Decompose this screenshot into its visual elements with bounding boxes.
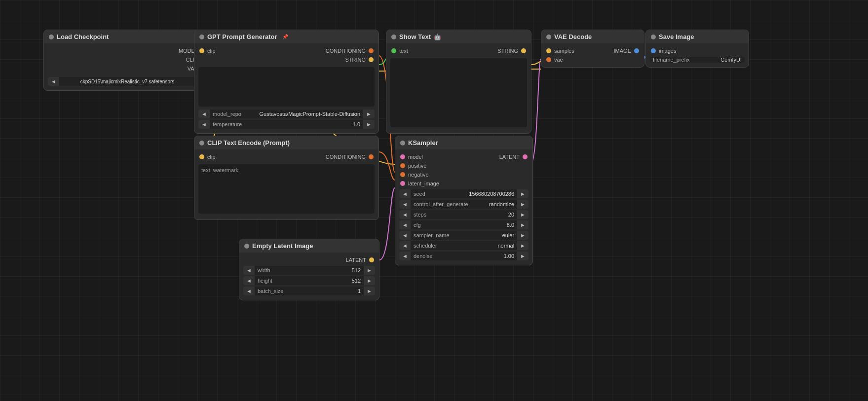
clip-text-clip-port[interactable] bbox=[199, 154, 204, 159]
batch-size-value: 1 bbox=[355, 288, 364, 294]
clip-text-value: text, watermark bbox=[201, 167, 238, 173]
control-after-next[interactable]: ► bbox=[517, 200, 528, 209]
gpt-string-port[interactable] bbox=[369, 57, 374, 62]
seed-prev[interactable]: ◄ bbox=[399, 189, 411, 198]
clip-text-encode-title: CLIP Text Encode (Prompt) bbox=[207, 139, 290, 146]
ksampler-latent-port[interactable] bbox=[523, 154, 528, 159]
steps-label: steps bbox=[411, 212, 505, 218]
denoise-next[interactable]: ► bbox=[517, 252, 528, 260]
gpt-prompt-body: clip CONDITIONING STRING ◄ model_repo Gu… bbox=[194, 43, 378, 133]
vae-decode-node: VAE Decode samples IMAGE vae bbox=[541, 30, 644, 68]
denoise-field: ◄ denoise 1.00 ► bbox=[399, 252, 528, 260]
ksampler-negative-row: negative bbox=[395, 170, 532, 179]
vae-decode-body: samples IMAGE vae bbox=[541, 43, 644, 67]
show-text-input-port[interactable] bbox=[391, 48, 396, 53]
ksampler-positive-row: positive bbox=[395, 161, 532, 170]
load-checkpoint-body: MODEL CLIP VAE ◄ ckpSD15\majicmixRealist… bbox=[44, 43, 211, 90]
checkpoint-prev-btn[interactable]: ◄ bbox=[48, 77, 59, 86]
filename-prefix-field: filename_prefix ComfyUI bbox=[650, 57, 745, 63]
denoise-prev[interactable]: ◄ bbox=[399, 252, 411, 260]
width-next[interactable]: ► bbox=[364, 266, 375, 275]
clip-text-encode-body: clip CONDITIONING text, watermark bbox=[194, 149, 378, 219]
clip-text-content: text, watermark bbox=[198, 164, 375, 214]
batch-size-prev[interactable]: ◄ bbox=[243, 287, 255, 295]
ksampler-latent-image-port[interactable] bbox=[400, 181, 405, 186]
sampler-name-next[interactable]: ► bbox=[517, 231, 528, 240]
width-field: ◄ width 512 ► bbox=[243, 266, 375, 275]
cfg-next[interactable]: ► bbox=[517, 220, 528, 229]
show-text-input-label: text bbox=[399, 48, 408, 54]
sampler-name-value: euler bbox=[499, 232, 517, 238]
height-next[interactable]: ► bbox=[364, 276, 375, 285]
node-status-dot bbox=[199, 141, 204, 146]
sampler-name-prev[interactable]: ◄ bbox=[399, 231, 411, 240]
vae-decode-image-port[interactable] bbox=[634, 48, 639, 53]
model-repo-field: ◄ model_repo Gustavosta/MagicPrompt-Stab… bbox=[198, 109, 375, 118]
empty-latent-node: Empty Latent Image LATENT ◄ width 512 ► … bbox=[239, 239, 379, 300]
vae-decode-samples-row: samples IMAGE bbox=[541, 46, 644, 55]
steps-prev[interactable]: ◄ bbox=[399, 210, 411, 219]
gpt-ports-top: clip CONDITIONING bbox=[194, 46, 378, 55]
save-images-port[interactable] bbox=[651, 48, 656, 53]
steps-next[interactable]: ► bbox=[517, 210, 528, 219]
model-repo-label: model_repo bbox=[210, 111, 257, 117]
gpt-string-row: STRING bbox=[194, 55, 378, 64]
control-after-field: ◄ control_after_generate randomize ► bbox=[399, 200, 528, 209]
gpt-conditioning-port[interactable] bbox=[369, 48, 374, 53]
clip-text-conditioning-port[interactable] bbox=[369, 154, 374, 159]
ksampler-positive-port[interactable] bbox=[400, 163, 405, 168]
save-image-title: Save Image bbox=[659, 33, 694, 40]
save-image-port-row: images bbox=[646, 46, 749, 55]
latent-port-label: LATENT bbox=[346, 257, 366, 263]
save-image-body: images filename_prefix ComfyUI bbox=[646, 43, 749, 67]
temperature-next[interactable]: ► bbox=[363, 120, 375, 129]
clip-text-encode-header: CLIP Text Encode (Prompt) bbox=[194, 136, 378, 149]
filename-prefix-value: ComfyUI bbox=[717, 57, 745, 63]
cfg-prev[interactable]: ◄ bbox=[399, 220, 411, 229]
steps-value: 20 bbox=[505, 212, 517, 218]
cfg-field: ◄ cfg 8.0 ► bbox=[399, 220, 528, 229]
empty-latent-body: LATENT ◄ width 512 ► ◄ height 512 ► ◄ ba… bbox=[239, 253, 379, 300]
height-prev[interactable]: ◄ bbox=[243, 276, 255, 285]
width-prev[interactable]: ◄ bbox=[243, 266, 255, 275]
scheduler-prev[interactable]: ◄ bbox=[399, 241, 411, 250]
clip-text-clip-label: clip bbox=[207, 154, 216, 160]
node-status-dot bbox=[244, 244, 249, 249]
vae-decode-header: VAE Decode bbox=[541, 30, 644, 43]
show-text-string-port[interactable] bbox=[521, 48, 526, 53]
batch-size-next[interactable]: ► bbox=[364, 287, 375, 295]
show-text-string-label: STRING bbox=[497, 48, 518, 54]
width-value: 512 bbox=[349, 267, 364, 273]
vae-decode-samples-port[interactable] bbox=[546, 48, 551, 53]
latent-port[interactable] bbox=[369, 257, 374, 262]
ksampler-latent-label: LATENT bbox=[499, 154, 520, 160]
ksampler-header: KSampler bbox=[395, 136, 532, 149]
gpt-clip-port[interactable] bbox=[199, 48, 204, 53]
batch-size-label: batch_size bbox=[255, 288, 355, 294]
seed-field: ◄ seed 156680208700286 ► bbox=[399, 189, 528, 198]
model-repo-next[interactable]: ► bbox=[363, 109, 375, 118]
seed-next[interactable]: ► bbox=[517, 189, 528, 198]
checkpoint-value: ckpSD15\majicmixRealistic_v7.safetensors bbox=[59, 79, 195, 84]
scheduler-next[interactable]: ► bbox=[517, 241, 528, 250]
ksampler-negative-port[interactable] bbox=[400, 172, 405, 177]
scheduler-label: scheduler bbox=[411, 243, 495, 249]
ksampler-negative-label: negative bbox=[408, 172, 429, 178]
height-field: ◄ height 512 ► bbox=[243, 276, 375, 285]
control-after-prev[interactable]: ◄ bbox=[399, 200, 411, 209]
gpt-prompt-node: GPT Prompt Generator 📌 clip CONDITIONING… bbox=[194, 30, 379, 134]
ksampler-model-port[interactable] bbox=[400, 154, 405, 159]
model-repo-prev[interactable]: ◄ bbox=[198, 109, 210, 118]
vae-decode-title: VAE Decode bbox=[554, 33, 592, 40]
load-checkpoint-node: Load Checkpoint MODEL CLIP VAE ◄ ckpSD15… bbox=[43, 30, 211, 91]
temperature-prev[interactable]: ◄ bbox=[198, 120, 210, 129]
clip-port-row: CLIP bbox=[44, 55, 211, 64]
control-after-label: control_after_generate bbox=[411, 201, 486, 207]
pin-icon: 📌 bbox=[282, 34, 288, 39]
vae-decode-vae-port[interactable] bbox=[546, 57, 551, 62]
gpt-conditioning-label: CONDITIONING bbox=[326, 48, 366, 54]
show-text-ports: text STRING bbox=[386, 46, 531, 55]
sampler-name-field: ◄ sampler_name euler ► bbox=[399, 231, 528, 240]
ksampler-node: KSampler model LATENT positive negative … bbox=[395, 136, 533, 265]
ksampler-positive-label: positive bbox=[408, 163, 426, 169]
